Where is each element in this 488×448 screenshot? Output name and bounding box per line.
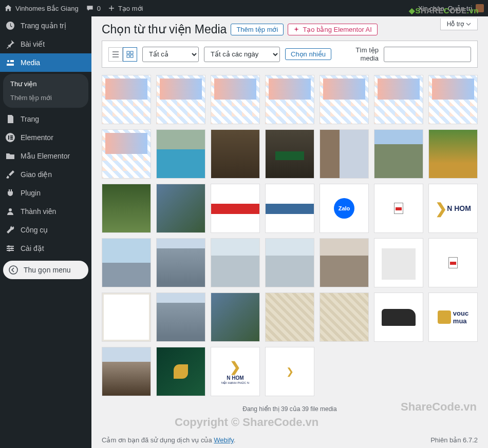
filter-date-select[interactable]: Tất cả các ngày [204,47,280,62]
elementor-icon [5,132,15,143]
media-tile[interactable] [156,184,205,233]
menu-tools[interactable]: Công cụ [0,221,91,239]
svg-point-15 [9,266,17,274]
view-grid-button[interactable] [123,47,137,62]
media-tile[interactable] [102,347,151,396]
sparkle-icon [293,27,299,33]
filter-type-select[interactable]: Tất cả [142,47,199,62]
menu-pages[interactable]: Trang [0,110,91,128]
heading-row: Chọn từ thư viện Media Thêm tệp mới Tạo … [102,16,478,41]
media-tile[interactable] [428,238,478,287]
svg-rect-17 [130,51,133,54]
plug-icon [5,188,15,198]
menu-elementor-templates[interactable]: Mẫu Elementor [0,147,91,165]
media-tile[interactable] [265,129,314,179]
media-tile[interactable]: voucmua [428,293,478,342]
footer-version: Phiên bản 6.7.2 [430,436,478,444]
plus-icon [108,5,115,12]
media-tile[interactable] [102,75,151,124]
media-tile[interactable] [428,75,478,124]
media-tile[interactable] [428,129,478,179]
media-tile[interactable] [265,75,314,124]
svg-point-13 [11,247,13,249]
svg-rect-1 [10,60,14,62]
media-tile[interactable] [102,238,151,287]
user-greeting[interactable]: Xin chào, Quản trị [418,4,484,12]
new-content-link[interactable]: Tạo mới [108,5,143,12]
elementor-ai-button[interactable]: Tạo bằng Elementor AI [288,24,378,35]
media-tile[interactable] [156,238,205,287]
media-tile[interactable] [265,238,314,287]
svg-rect-5 [10,135,13,137]
menu-appearance[interactable]: Giao diện [0,165,91,184]
media-tile[interactable] [211,238,260,287]
svg-rect-4 [8,135,9,140]
media-tile[interactable]: ❯ [265,347,314,396]
svg-rect-2 [7,64,14,66]
comments-link[interactable]: 0 [86,4,101,12]
svg-rect-7 [10,139,13,140]
media-tile[interactable] [156,129,205,179]
menu-dashboard[interactable]: Trang quản trị [0,16,91,35]
site-link[interactable]: Vinhomes Bắc Giang [4,4,79,12]
media-icon [5,57,15,68]
media-tile[interactable] [156,75,205,124]
menu-plugins[interactable]: Plugin [0,184,91,202]
menu-users[interactable]: Thành viên [0,202,91,221]
media-tile[interactable] [374,75,423,124]
media-tile[interactable] [102,129,151,179]
status-text: Đang hiển thị 39 của 39 file media [102,396,478,433]
add-new-button[interactable]: Thêm tệp mới [231,24,284,35]
pin-icon [5,39,15,49]
media-tile[interactable] [102,184,151,233]
media-tile[interactable] [320,238,369,287]
svg-point-14 [8,249,10,251]
media-tile[interactable] [320,129,369,179]
media-grid: Zalo❯N HOMvoucmua❯N HOMNỘI HẠNH PHÚC N❯ [102,75,478,396]
media-tile[interactable] [320,293,369,342]
media-tile[interactable] [320,75,369,124]
search-input[interactable] [384,47,471,62]
footer-link[interactable]: Webify [214,436,234,444]
media-tile[interactable] [374,129,423,179]
view-list-button[interactable] [108,47,123,62]
svg-rect-18 [127,55,129,57]
folder-icon [5,151,15,161]
media-tile[interactable] [102,293,151,342]
media-tile[interactable] [374,184,423,233]
media-tile[interactable] [211,129,260,179]
svg-point-0 [7,60,9,62]
view-toggle [108,47,137,62]
bulk-select-button[interactable]: Chọn nhiều [285,48,331,60]
user-icon [5,206,15,217]
collapse-menu[interactable]: Thu gọn menu [3,261,88,279]
media-tile[interactable]: ❯N HOMNỘI HẠNH PHÚC N [211,347,260,396]
menu-media[interactable]: Media [0,53,91,72]
menu-settings[interactable]: Cài đặt [0,239,91,258]
footer: Cảm ơn bạn đã sử dụng dịch vụ của Webify… [102,433,478,448]
submenu-library[interactable]: Thư viện [3,77,88,91]
media-tile[interactable] [211,184,260,233]
admin-bar: Vinhomes Bắc Giang 0 Tạo mới Xin chào, Q… [0,0,488,16]
media-tile[interactable]: Zalo [320,184,369,233]
content-area: Chọn từ thư viện Media Thêm tệp mới Tạo … [91,16,488,448]
grid-icon [126,50,134,59]
menu-posts[interactable]: Bài viết [0,35,91,53]
comment-icon [86,4,94,12]
filter-bar: Tất cả Tất cả các ngày Chọn nhiều Tìm tệ… [102,41,478,68]
media-tile[interactable] [374,293,423,342]
media-tile[interactable] [211,75,260,124]
brush-icon [5,169,15,180]
media-tile[interactable] [156,293,205,342]
media-tile[interactable] [265,184,314,233]
menu-elementor[interactable]: Elementor [0,128,91,147]
search-label: Tìm tệpmedia [355,46,379,62]
footer-thanks: Cảm ơn bạn đã sử dụng dịch vụ của Webify… [102,436,235,444]
media-tile[interactable]: ❯N HOM [428,184,478,233]
media-tile[interactable] [265,293,314,342]
home-icon [4,4,12,12]
media-tile[interactable] [374,238,423,287]
submenu-add-new[interactable]: Thêm tệp mới [3,91,88,105]
media-tile[interactable] [211,293,260,342]
media-tile[interactable] [156,347,205,396]
